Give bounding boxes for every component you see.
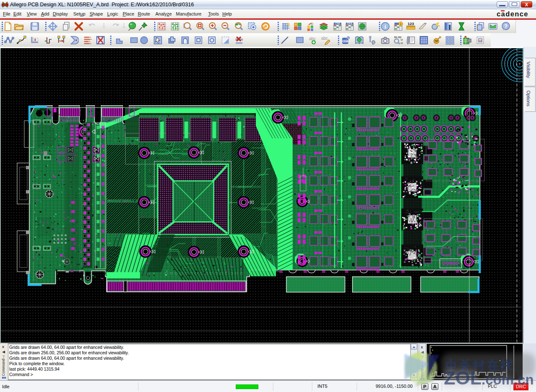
svg-text:U2: U2	[401, 42, 403, 44]
svg-text:ODB: ODB	[342, 40, 348, 43]
svg-text:U1: U1	[401, 39, 403, 41]
svg-text:i: i	[384, 23, 386, 30]
svg-text:?: ?	[504, 23, 508, 29]
svg-text:123: 123	[407, 22, 414, 26]
svg-text:i: i	[400, 23, 401, 26]
svg-text:abc: abc	[321, 36, 328, 41]
svg-text:abc: abc	[309, 36, 316, 41]
svg-text:TP: TP	[435, 40, 438, 43]
svg-text:U1: U1	[479, 39, 482, 42]
